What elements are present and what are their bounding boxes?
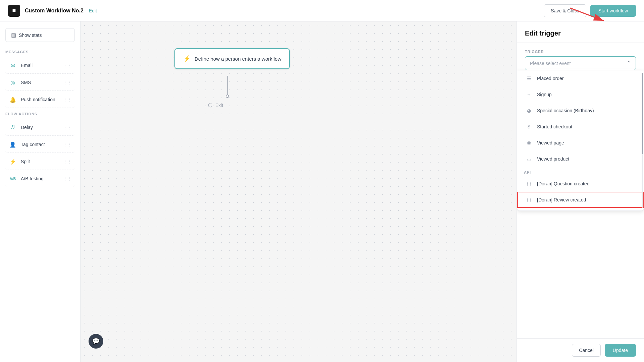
signup-icon: → [525,90,533,99]
show-stats-label: Show stats [19,33,42,38]
push-label: Push notification [21,97,63,102]
header-actions: Save & Close Start workflow [544,4,636,17]
started-checkout-icon: $ [525,123,533,131]
start-workflow-button[interactable]: Start workflow [590,5,636,17]
question-created-label: [Doran] Question created [537,181,589,186]
review-created-label: [Doran] Review created [537,197,586,202]
sidebar-item-tag[interactable]: 👤 Tag contact ⋮⋮ [5,136,75,153]
panel-header: Edit trigger [517,21,644,43]
drag-handle-split[interactable]: ⋮⋮ [63,159,72,164]
sidebar-item-push[interactable]: 🔔 Push notification ⋮⋮ [5,92,75,108]
trigger-node[interactable]: ⚡ Define how a person enters a workflow [174,48,290,69]
special-occasion-icon: ◕ [525,107,533,115]
messages-section-label: MESSAGES [5,50,75,54]
dropdown-item-question-created[interactable]: {-} [Doran] Question created [517,176,644,192]
trigger-node-text: Define how a person enters a workflow [195,56,281,62]
save-close-button[interactable]: Save & Close [544,4,586,17]
connector-line [227,76,228,96]
dropdown-item-special-occasion[interactable]: ◕ Special occasion (Birthday) [517,103,644,119]
drag-handle-tag[interactable]: ⋮⋮ [63,142,72,147]
drag-handle-push[interactable]: ⋮⋮ [63,97,72,102]
lightning-icon: ⚡ [183,55,191,62]
sms-icon: ◎ [8,78,17,87]
scrollbar-track [642,73,643,208]
trigger-select[interactable]: Please select event ⌃ [525,56,636,70]
dropdown-item-placed-order[interactable]: ☰ Placed order [517,70,644,86]
dropdown-item-product-back[interactable]: {-} Product back in stock [517,208,644,211]
update-button[interactable]: Update [605,344,636,357]
tag-icon: 👤 [8,140,17,149]
sidebar: ▩ Show stats MESSAGES ✉ Email ⋮⋮ ◎ SMS ⋮… [0,21,80,362]
panel-body: TRIGGER Please select event ⌃ ☰ Placed o… [517,43,644,338]
trigger-select-placeholder: Please select event [530,61,571,66]
ab-label: A/B testing [21,176,63,181]
app-logo: ■ [8,5,20,17]
canvas-area: ⚡ Define how a person enters a workflow … [80,21,517,362]
started-checkout-label: Started checkout [537,124,572,129]
drag-handle-ab[interactable]: ⋮⋮ [63,176,72,181]
sidebar-item-ab[interactable]: A/B A/B testing ⋮⋮ [5,171,75,187]
panel-title: Edit trigger [525,29,636,37]
dropdown-item-viewed-product[interactable]: ◡ Viewed product [517,151,644,167]
sidebar-item-delay[interactable]: ⏱ Delay ⋮⋮ [5,119,75,136]
trigger-section-label: TRIGGER [525,50,636,54]
drag-handle-sms[interactable]: ⋮⋮ [63,80,72,85]
messages-section: MESSAGES ✉ Email ⋮⋮ ◎ SMS ⋮⋮ 🔔 Push noti… [5,50,75,108]
sidebar-item-split[interactable]: ⚡ Split ⋮⋮ [5,154,75,170]
header: ■ Custom Workflow No.2 Edit Save & Close… [0,0,644,21]
review-created-icon: {-} [525,196,533,204]
placed-order-label: Placed order [537,76,564,81]
viewed-product-icon: ◡ [525,155,533,163]
flow-actions-section: FLOW ACTIONS ⏱ Delay ⋮⋮ 👤 Tag contact ⋮⋮… [5,112,75,187]
email-label: Email [21,63,63,68]
special-occasion-label: Special occasion (Birthday) [537,108,594,113]
flow-actions-section-label: FLOW ACTIONS [5,112,75,116]
sms-label: SMS [21,80,63,85]
dropdown-item-viewed-page[interactable]: ◉ Viewed page [517,135,644,151]
edit-button[interactable]: Edit [87,7,99,14]
chat-button[interactable]: 💬 [89,334,103,349]
drag-handle-delay[interactable]: ⋮⋮ [63,125,72,130]
api-group-label: API [517,167,644,176]
chevron-up-icon: ⌃ [627,60,631,66]
placed-order-icon: ☰ [525,74,533,82]
scrollbar-thumb[interactable] [642,73,643,154]
exit-icon: ⬡ [208,102,213,108]
ab-icon: A/B [8,174,17,183]
cancel-button[interactable]: Cancel [572,344,601,357]
dropdown-item-started-checkout[interactable]: $ Started checkout [517,119,644,135]
logo-icon: ■ [12,7,16,14]
dropdown-item-signup[interactable]: → Signup [517,86,644,103]
panel-footer: Cancel Update [517,338,644,362]
right-panel: Edit trigger TRIGGER Please select event… [517,21,644,362]
delay-label: Delay [21,125,63,130]
viewed-page-icon: ◉ [525,139,533,147]
connector-dot [226,95,229,98]
chat-icon: 💬 [92,338,100,345]
viewed-product-label: Viewed product [537,156,569,162]
split-label: Split [21,159,63,164]
main-layout: ▩ Show stats MESSAGES ✉ Email ⋮⋮ ◎ SMS ⋮… [0,21,644,362]
delay-icon: ⏱ [8,123,17,132]
sidebar-item-sms[interactable]: ◎ SMS ⋮⋮ [5,74,75,91]
signup-label: Signup [537,92,552,97]
question-created-icon: {-} [525,180,533,188]
exit-node: ⬡ Exit [208,102,223,108]
event-dropdown: ☰ Placed order → Signup ◕ Special occasi… [517,70,644,211]
drag-handle-email[interactable]: ⋮⋮ [63,63,72,68]
email-icon: ✉ [8,61,17,70]
workflow-title: Custom Workflow No.2 [25,8,84,14]
push-icon: 🔔 [8,95,17,104]
show-stats-button[interactable]: ▩ Show stats [5,28,75,42]
sidebar-item-email[interactable]: ✉ Email ⋮⋮ [5,57,75,74]
dropdown-item-review-created[interactable]: {-} [Doran] Review created [517,192,644,208]
bar-chart-icon: ▩ [11,32,16,38]
split-icon: ⚡ [8,157,17,166]
viewed-page-label: Viewed page [537,140,564,145]
exit-label: Exit [215,103,223,108]
tag-label: Tag contact [21,142,63,147]
